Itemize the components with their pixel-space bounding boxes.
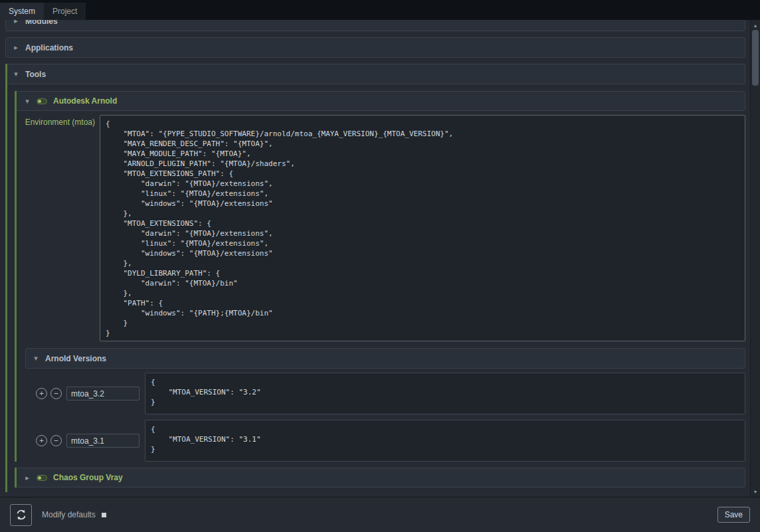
add-version-button[interactable]: + xyxy=(36,435,47,446)
tab-system[interactable]: System xyxy=(0,3,44,20)
settings-list: ▸ Modules ▸ Applications ▾ Tools ▾ xyxy=(5,20,745,492)
caret-down-icon: ▾ xyxy=(13,70,19,78)
arnold-versions-block: ▾ Arnold Versions + − { "MTOA_VERSION": … xyxy=(25,348,745,462)
toggle-knob xyxy=(38,476,41,480)
settings-scroll-area: ▸ Modules ▸ Applications ▾ Tools ▾ xyxy=(0,20,760,497)
arnold-versions-label: Arnold Versions xyxy=(45,354,106,363)
caret-down-icon: ▾ xyxy=(24,97,31,106)
modify-defaults-label: Modify defaults xyxy=(42,510,96,519)
section-header-applications[interactable]: ▸ Applications xyxy=(5,37,745,58)
version-value-input[interactable]: { "MTOA_VERSION": "3.1" } xyxy=(145,420,745,462)
version-value-input[interactable]: { "MTOA_VERSION": "3.2" } xyxy=(145,373,745,414)
tab-system-label: System xyxy=(9,7,35,16)
tool-group-autodesk-arnold: ▾ Autodesk Arnold Environment (mtoa) { "… xyxy=(15,91,745,462)
caret-down-icon: ▾ xyxy=(33,354,39,363)
section-applications-label: Applications xyxy=(25,43,73,52)
refresh-icon xyxy=(15,509,27,521)
version-name-input[interactable] xyxy=(66,387,140,400)
environment-row: Environment (mtoa) { "MTOA": "{PYPE_STUD… xyxy=(15,115,745,341)
section-modules-label: Modules xyxy=(25,20,58,26)
footer-bar: Modify defaults Save xyxy=(0,497,760,532)
section-tools: ▾ Tools ▾ Autodesk Arnold Environment (m… xyxy=(5,64,745,492)
caret-right-icon: ▸ xyxy=(13,20,19,25)
environment-mtoa-input[interactable]: { "MTOA": "{PYPE_STUDIO_SOFTWARE}/arnold… xyxy=(100,115,745,341)
scrollbar-thumb[interactable] xyxy=(752,30,759,86)
add-version-button[interactable]: + xyxy=(36,388,47,399)
version-name-input[interactable] xyxy=(66,434,140,448)
arnold-enabled-toggle-icon[interactable] xyxy=(37,98,47,104)
section-tools-label: Tools xyxy=(25,70,46,79)
section-header-arnold-versions[interactable]: ▾ Arnold Versions xyxy=(25,348,745,369)
tool-header-chaos-group-vray[interactable]: ▸ Chaos Group Vray xyxy=(15,468,745,488)
vray-enabled-toggle-icon[interactable] xyxy=(37,475,47,481)
remove-version-button[interactable]: − xyxy=(50,435,62,446)
environment-mtoa-label: Environment (mtoa) xyxy=(15,115,100,341)
tab-project-label: Project xyxy=(52,7,77,16)
refresh-button[interactable] xyxy=(10,504,32,526)
scrollbar-up-arrow-icon[interactable]: ▲ xyxy=(751,21,760,30)
version-row: + − { "MTOA_VERSION": "3.1" } xyxy=(25,420,745,462)
arnold-accent-bar xyxy=(15,91,17,462)
tab-bar: System Project xyxy=(0,0,760,20)
vray-accent-bar xyxy=(15,468,17,488)
section-header-tools[interactable]: ▾ Tools xyxy=(5,64,745,84)
section-header-modules[interactable]: ▸ Modules xyxy=(5,20,745,31)
caret-right-icon: ▸ xyxy=(24,474,31,482)
tool-group-chaos-group-vray: ▸ Chaos Group Vray xyxy=(15,468,745,488)
save-button[interactable]: Save xyxy=(717,507,750,523)
modify-defaults-checkbox[interactable] xyxy=(102,513,106,517)
version-row: + − { "MTOA_VERSION": "3.2" } xyxy=(25,373,745,414)
tab-project[interactable]: Project xyxy=(44,3,86,20)
tools-body: ▾ Autodesk Arnold Environment (mtoa) { "… xyxy=(5,91,745,488)
tool-arnold-label: Autodesk Arnold xyxy=(53,96,117,106)
scrollbar-down-arrow-icon[interactable]: ▼ xyxy=(751,487,760,496)
vertical-scrollbar: ▲ ▼ xyxy=(750,20,760,497)
remove-version-button[interactable]: − xyxy=(50,388,62,399)
tool-vray-label: Chaos Group Vray xyxy=(53,473,123,482)
tools-accent-bar xyxy=(5,64,7,492)
tool-header-autodesk-arnold[interactable]: ▾ Autodesk Arnold xyxy=(15,91,745,111)
caret-right-icon: ▸ xyxy=(13,43,19,52)
toggle-knob xyxy=(38,100,41,103)
